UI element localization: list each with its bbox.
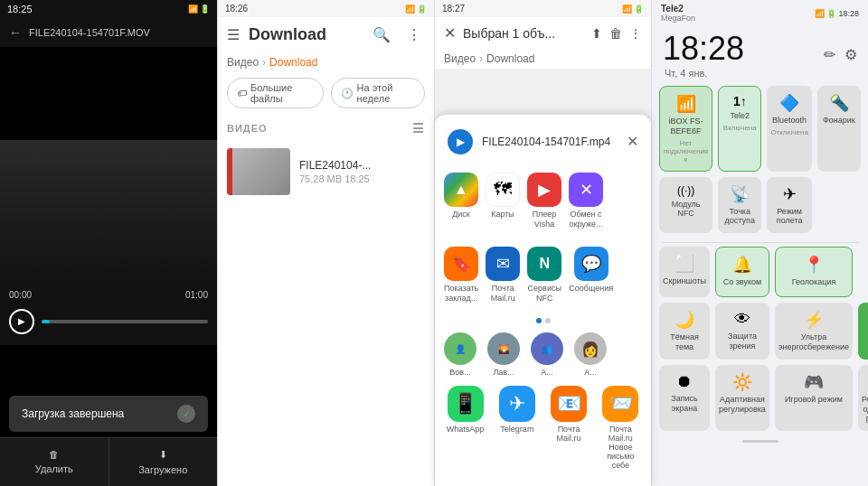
download-button[interactable]: ⬇ Загружено bbox=[109, 438, 218, 486]
qs-tile-onehand[interactable]: ☝ Режим одной руки bbox=[858, 365, 868, 431]
toast-check-icon: ✓ bbox=[177, 405, 195, 423]
app-telegram[interactable]: ✈ Telegram bbox=[494, 386, 540, 470]
qs-tile-dark[interactable]: 🌙 Тёмная тема bbox=[659, 303, 710, 360]
contact-avatar-3: 👥 bbox=[531, 332, 563, 365]
operator2: MegaFon bbox=[661, 14, 695, 23]
app-whatsapp[interactable]: 📱 WhatsApp bbox=[442, 386, 488, 470]
contacts-row: 👤 Вов... 🌄 Лав... 👥 А... 👩 А. bbox=[435, 329, 651, 380]
qs-tile-airplane[interactable]: ✈ Режим полета bbox=[767, 177, 811, 234]
list-view-icon[interactable]: ☰ bbox=[412, 121, 425, 136]
search-icon[interactable]: 🔍 bbox=[369, 24, 394, 45]
delete-button[interactable]: 🗑 Удалить bbox=[0, 438, 109, 486]
share-app-messages[interactable]: 💬 Сообщения bbox=[567, 243, 615, 307]
share-app-maps[interactable]: 🗺 Карты bbox=[484, 169, 522, 233]
file-info: FILE240104-... 75,28 MB 18:25 bbox=[299, 159, 425, 184]
flashlight-icon: 🔦 bbox=[829, 93, 849, 113]
qs-tile-screenshot[interactable]: ⬜ Скриншоты bbox=[659, 247, 710, 297]
video-title: FILE240104-154701F.MOV bbox=[29, 27, 150, 38]
breadcrumb-parent-p3[interactable]: Видео bbox=[444, 52, 476, 65]
selected-title: Выбран 1 объ... bbox=[463, 26, 584, 41]
app-label-drive: Диск bbox=[452, 210, 470, 220]
more-options-icon[interactable]: ⋮ bbox=[629, 26, 642, 41]
breadcrumb-parent[interactable]: Видео bbox=[227, 56, 259, 69]
progress-fill bbox=[42, 320, 50, 323]
qs-tile-game[interactable]: 🎮 Игровой режим bbox=[775, 365, 853, 431]
qs-tile-nfc[interactable]: ((·)) Модуль NFC bbox=[659, 177, 712, 234]
qs-tile-record[interactable]: ⏺ Запись экрана bbox=[659, 365, 710, 431]
dot-1 bbox=[536, 318, 542, 323]
action-bar: 🗑 Удалить ⬇ Загружено bbox=[0, 437, 217, 486]
share-app-visha[interactable]: ▶ Плеер Visha bbox=[525, 169, 563, 233]
file-name: FILE240104-... bbox=[299, 159, 425, 172]
topbar-p1: ← FILE240104-154701F.MOV bbox=[0, 18, 217, 47]
play-row: ▶ bbox=[9, 304, 208, 340]
share-app-mailru[interactable]: ✉ Почта Mail.ru bbox=[484, 243, 522, 307]
time-start: 00:00 bbox=[9, 290, 32, 300]
qs-tile-bluetooth[interactable]: 🔷 Bluetooth Отключена bbox=[767, 86, 811, 172]
share-app-exchange[interactable]: ✕ Обмен с окруже... bbox=[567, 169, 605, 233]
file-manager-panel: 18:26 📶 🔋 ☰ Download 🔍 ⋮ Видео › Downloa… bbox=[217, 0, 434, 486]
time-end: 01:00 bbox=[185, 290, 208, 300]
trash-icon[interactable]: 🗑 bbox=[609, 26, 622, 41]
qs-tile-eyeprotect[interactable]: 👁 Защита зрения bbox=[715, 303, 769, 360]
adaptive-icon: 🔆 bbox=[732, 372, 752, 392]
breadcrumb-child-p3[interactable]: Download bbox=[486, 52, 534, 65]
breadcrumb-active[interactable]: Download bbox=[269, 56, 317, 69]
status-bar-p3: 18:27 📶 🔋 bbox=[435, 0, 651, 17]
status-bar-p4: Tele2 MegaFon 📶 🔋 18:28 bbox=[652, 0, 868, 26]
quick-settings-panel: Tele2 MegaFon 📶 🔋 18:28 18:28 Чт, 4 янв.… bbox=[651, 0, 868, 486]
wifi-icon: 📶 bbox=[676, 94, 696, 114]
dark-theme-icon: 🌙 bbox=[675, 310, 694, 330]
file-thumbnail bbox=[227, 148, 290, 195]
app-label-exchange: Обмен с окруже... bbox=[569, 210, 603, 229]
contact-1[interactable]: 👤 Вов... bbox=[442, 332, 478, 377]
qs-tile-settings[interactable]: ⚙ bbox=[858, 303, 868, 360]
file-item[interactable]: FILE240104-... 75,28 MB 18:25 bbox=[218, 139, 434, 204]
share-app-bookmarks[interactable]: 🔖 Показать заклад... bbox=[442, 243, 480, 307]
more-icon[interactable]: ⋮ bbox=[403, 24, 425, 45]
status-time-p3: 18:27 bbox=[442, 4, 465, 14]
download-toast: Загрузка завершена ✓ bbox=[9, 396, 208, 432]
settings-icon[interactable]: ⚙ bbox=[844, 46, 857, 63]
screenshot-icon: ⬜ bbox=[675, 254, 694, 274]
filter-large-files[interactable]: 🏷 Большие файлы bbox=[227, 78, 324, 108]
contact-2[interactable]: 🌄 Лав... bbox=[486, 332, 522, 377]
qs-tile-flashlight[interactable]: 🔦 Фонарик bbox=[817, 86, 861, 172]
play-button[interactable]: ▶ bbox=[9, 309, 34, 334]
status-icons-p1: 📶 🔋 bbox=[188, 5, 210, 14]
share-icon[interactable]: ⬆ bbox=[591, 26, 602, 41]
qs-tile-location[interactable]: 📍 Геолокация bbox=[775, 247, 853, 297]
qs-tile-hotspot[interactable]: 📡 Точка доступа bbox=[718, 177, 761, 234]
qs-tile-adaptive[interactable]: 🔆 Адаптивная регулировка bbox=[715, 365, 769, 431]
app-mailru2[interactable]: 📧 Почта Mail.ru bbox=[546, 386, 592, 470]
close-icon[interactable]: ✕ bbox=[444, 24, 456, 42]
bluetooth-icon: 🔷 bbox=[779, 93, 799, 113]
record-icon: ⏺ bbox=[676, 372, 693, 391]
qs-tile-wifi[interactable]: 📶 iBOX FS-BEFE6F Нет подключения к bbox=[659, 86, 712, 172]
game-icon: 🎮 bbox=[804, 372, 824, 392]
qs-tile-sim[interactable]: 1↑ Tele2 Включена bbox=[718, 86, 761, 172]
qs-tile-sound[interactable]: 🔔 Со звуком bbox=[715, 247, 769, 297]
qs-grid-2: ⬜ Скриншоты 🔔 Со звуком 📍 Геолокация 🌙 Т… bbox=[652, 247, 868, 436]
video-player-panel: 18:25 📶 🔋 ← FILE240104-154701F.MOV 00:00… bbox=[0, 0, 217, 486]
video-controls: 00:00 01:00 ▶ bbox=[0, 285, 217, 345]
nfc-icon: ((·)) bbox=[677, 184, 694, 197]
app-mailru-new[interactable]: 📨 Почта Mail.ru Новое письмо себе bbox=[598, 386, 644, 470]
clock-row: 18:28 Чт, 4 янв. ✏ ⚙ bbox=[652, 26, 868, 86]
progress-bar[interactable] bbox=[42, 320, 208, 323]
share-app-drive[interactable]: ▲ Диск bbox=[442, 169, 480, 233]
share-modal: ▶ FILE240104-154701F.mp4 ✕ ▲ Диск 🗺 Карт… bbox=[435, 115, 651, 486]
qs-tile-battery-save[interactable]: ⚡ Ультра энергосбережение bbox=[775, 303, 853, 360]
share-close-icon[interactable]: ✕ bbox=[627, 133, 638, 150]
contact-3[interactable]: 👥 А... bbox=[529, 332, 565, 377]
qs-divider bbox=[661, 242, 859, 243]
contact-4[interactable]: 👩 А... bbox=[572, 332, 609, 377]
edit-icon[interactable]: ✏ bbox=[824, 46, 835, 63]
contact-avatar-1: 👤 bbox=[444, 332, 476, 365]
hamburger-icon[interactable]: ☰ bbox=[227, 26, 240, 43]
filter-this-week[interactable]: 🕐 На этой неделе bbox=[331, 78, 425, 108]
share-app-nfc[interactable]: N Сервисы NFC bbox=[525, 243, 563, 307]
back-icon[interactable]: ← bbox=[9, 25, 22, 40]
toast-text: Загрузка завершена bbox=[22, 407, 124, 420]
location-icon: 📍 bbox=[804, 255, 824, 275]
